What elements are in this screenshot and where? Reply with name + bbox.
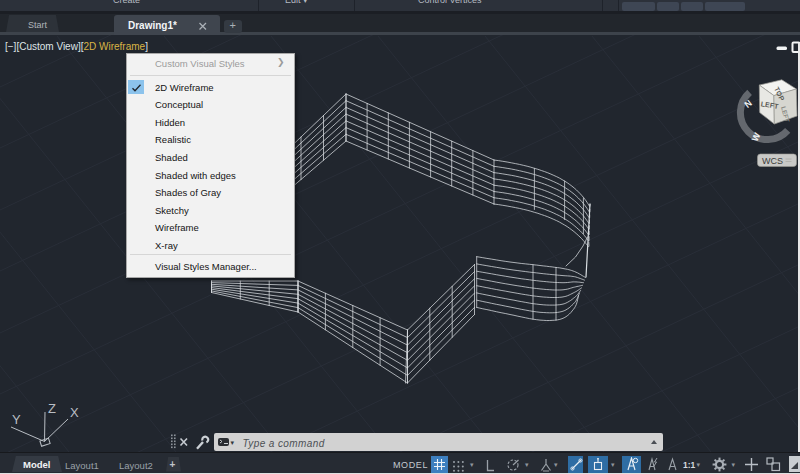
svg-text:Z: Z [48,401,56,416]
svg-text:Y: Y [12,412,21,427]
svg-text:WCS: WCS [762,156,783,166]
svg-text:X: X [70,405,79,420]
